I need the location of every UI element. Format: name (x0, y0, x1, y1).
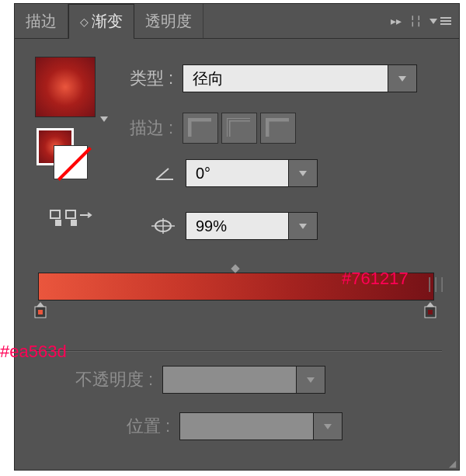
angle-input[interactable]: 0° (186, 159, 318, 187)
dropdown-caret-icon[interactable] (388, 64, 417, 92)
panel-menu-area: ▸▸ ╎╎ (383, 4, 459, 38)
stroke-grad-along-icon (221, 113, 257, 144)
type-dropdown[interactable]: 径向 (183, 64, 417, 92)
resize-grip-icon[interactable]: ◢ (449, 460, 456, 467)
svg-rect-8 (38, 310, 43, 314)
reverse-gradient-icon[interactable] (49, 206, 92, 229)
tab-stroke[interactable]: 描边 (15, 4, 68, 38)
tab-bar: 描边 ◇ 渐变 透明度 ▸▸ ╎╎ (15, 4, 459, 39)
dropdown-caret-icon (297, 366, 325, 394)
tab-label: 渐变 (92, 11, 123, 32)
stroke-swatch-none[interactable] (54, 145, 88, 179)
aspect-value: 99% (196, 217, 227, 235)
panel-menu-icon[interactable] (429, 16, 451, 26)
svg-rect-2 (55, 220, 61, 226)
svg-rect-10 (428, 310, 433, 314)
aspect-ratio-icon (150, 217, 176, 235)
gradient-panel: 描边 ◇ 渐变 透明度 ▸▸ ╎╎ (14, 3, 460, 471)
type-label: 类型: (130, 67, 173, 90)
opacity-stop-icon[interactable] (230, 263, 241, 277)
dock-icon[interactable]: ╎╎ (409, 15, 422, 27)
stroke-grad-within-icon (183, 113, 218, 144)
location-label: 位置: (127, 415, 170, 438)
fill-stroke-selector (37, 128, 92, 176)
stroke-label: 描边: (130, 116, 173, 140)
collapse-icon[interactable]: ▸▸ (391, 15, 402, 27)
dropdown-caret-icon[interactable] (289, 212, 318, 240)
angle-value: 0° (196, 165, 210, 182)
divider (32, 350, 442, 352)
color-stop-right[interactable] (423, 302, 437, 319)
location-input (179, 412, 343, 440)
tab-label: 描边 (26, 11, 57, 32)
angle-icon (153, 164, 176, 182)
svg-rect-0 (50, 210, 60, 218)
swatch-menu-caret[interactable] (100, 111, 108, 125)
svg-rect-1 (66, 210, 75, 218)
gradient-preview-swatch[interactable] (35, 57, 96, 117)
stroke-gradient-type-group (183, 113, 296, 144)
svg-rect-4 (272, 124, 276, 129)
dropdown-caret-icon (314, 412, 343, 440)
opacity-input (162, 366, 325, 394)
link-icon: ◇ (80, 16, 89, 28)
tab-gradient[interactable]: ◇ 渐变 (68, 4, 134, 38)
annotation-left-color: #ea563d (0, 342, 67, 362)
svg-rect-3 (71, 220, 77, 226)
type-value: 径向 (193, 68, 224, 89)
tab-transparency[interactable]: 透明度 (134, 4, 203, 38)
aspect-input[interactable]: 99% (186, 212, 318, 240)
delete-stop-icon[interactable]: ⎮⎮⎮ (426, 277, 445, 292)
tab-label: 透明度 (145, 11, 192, 32)
dropdown-caret-icon[interactable] (289, 159, 318, 187)
annotation-right-color: #761217 (342, 269, 409, 289)
stroke-grad-across-icon (260, 113, 296, 144)
svg-rect-6 (231, 264, 239, 273)
opacity-label: 不透明度: (75, 368, 153, 391)
color-stop-left[interactable] (33, 302, 47, 319)
